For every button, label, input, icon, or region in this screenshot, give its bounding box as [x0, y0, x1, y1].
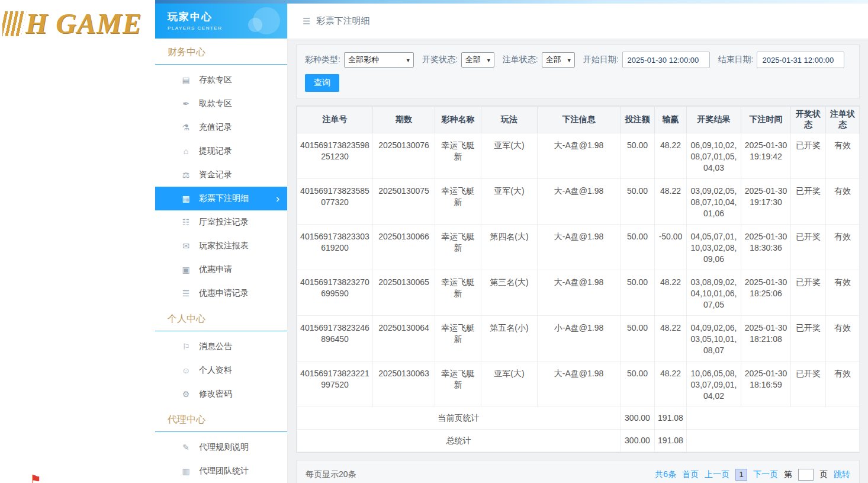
table-cell: 2025-01-30 18:30:36	[741, 225, 791, 270]
page-summary-label: 当前页统计	[297, 407, 621, 430]
jump-link[interactable]: 跳转	[834, 469, 850, 480]
table-cell: 20250130076	[373, 133, 435, 179]
sidebar-item-agent-team[interactable]: ▥代理团队统计	[155, 459, 287, 483]
sidebar-item-label: 厅室投注记录	[199, 217, 249, 228]
draw-status-select[interactable]: 全部 ▾	[461, 52, 494, 68]
end-date-input[interactable]	[757, 52, 844, 68]
filter-panel: 彩种类型: 全部彩种 ▾ 开奖状态: 全部 ▾ 注单状态: 全部 ▾	[296, 44, 860, 98]
start-date-input[interactable]	[622, 52, 710, 68]
table-cell: 有效	[826, 179, 860, 225]
sidebar-item-label: 资金记录	[199, 169, 232, 180]
sidebar-item-hall-bet-record[interactable]: ☷厅室投注记录	[155, 210, 287, 234]
query-button[interactable]: 查询	[305, 74, 339, 92]
table-cell: 401569173823585077320	[297, 179, 373, 225]
sidebar-item-label: 个人资料	[199, 365, 232, 376]
table-cell: 2025-01-30 18:16:59	[741, 362, 791, 407]
table-cell: 大-A盘@1.98	[538, 179, 621, 225]
sidebar-item-withdraw-zone[interactable]: ✒取款专区	[155, 92, 287, 116]
table-cell: 第五名(小)	[481, 316, 538, 362]
sidebar-item-label: 取款专区	[199, 98, 232, 109]
table-cell: 有效	[826, 225, 860, 270]
table-cell: 401569173823270699590	[297, 270, 373, 316]
page-summary-empty	[687, 407, 860, 430]
table-cell: 大-A盘@1.98	[538, 225, 621, 270]
sidebar-section-title: 个人中心	[155, 305, 287, 331]
lottery-type-select[interactable]: 全部彩种 ▾	[344, 52, 414, 68]
menu-toggle-icon[interactable]: ☰	[303, 16, 310, 27]
table-cell: 50.00	[621, 133, 655, 179]
prev-page-link[interactable]: 上一页	[705, 469, 729, 480]
sidebar-item-message-notice[interactable]: ⚐消息公告	[155, 335, 287, 359]
sidebar-item-recharge-record[interactable]: ⚗充值记录	[155, 116, 287, 139]
logo-stripes-icon	[2, 11, 26, 36]
sidebar-section-title: 财务中心	[155, 39, 287, 65]
sidebar-menu: 财务中心▤存款专区✒取款专区⚗充值记录⌂提现记录⚖资金记录▦彩票下注明细›☷厅室…	[155, 39, 287, 483]
sidebar-item-lottery-bet-detail[interactable]: ▦彩票下注明细›	[155, 187, 287, 210]
total-summary-bet-total: 300.00	[621, 430, 655, 452]
draw-status-label: 开奖状态:	[422, 55, 458, 65]
table-cell: 04,05,07,01,10,03,02,08,09,06	[687, 225, 741, 270]
table-cell: 第三名(大)	[481, 270, 538, 316]
end-date-label: 结束日期:	[718, 55, 754, 65]
table-cell: 幸运飞艇新	[435, 316, 481, 362]
sidebar-item-label: 优惠申请	[199, 264, 232, 275]
table-cell: 有效	[826, 362, 860, 407]
agent-team-icon: ▥	[181, 466, 191, 476]
total-summary-win-loss: 191.08	[655, 430, 687, 452]
topbar: ☰ 彩票下注明细	[288, 4, 868, 39]
table-cell: 20250130065	[373, 270, 435, 316]
table-cell: 401569173823303619200	[297, 225, 373, 270]
table-cell: 2025-01-30 18:21:08	[741, 316, 791, 362]
table-cell: 亚军(大)	[481, 179, 538, 225]
table-cell: 48.22	[655, 179, 687, 225]
sidebar-item-deposit-zone[interactable]: ▤存款专区	[155, 68, 287, 92]
sidebar-item-label: 存款专区	[199, 75, 232, 85]
summary-row-page: 当前页统计 300.00 191.08	[297, 407, 860, 430]
table-cell: 20250130066	[373, 225, 435, 270]
col-header-period: 期数	[373, 107, 435, 133]
bet-status-value: 全部	[546, 55, 561, 65]
table-cell: 50.00	[621, 270, 655, 316]
change-password-icon: ⚙	[181, 389, 191, 399]
page-summary-bet-total: 300.00	[621, 407, 655, 430]
page-title: 彩票下注明细	[316, 15, 369, 27]
col-header-lottery-name: 彩种名称	[435, 107, 481, 133]
table-cell: 亚军(大)	[481, 362, 538, 407]
table-cell: 有效	[826, 133, 860, 179]
sidebar-item-change-password[interactable]: ⚙修改密码	[155, 382, 287, 406]
lottery-type-value: 全部彩种	[348, 55, 379, 65]
col-header-draw-status: 开奖状态	[791, 107, 826, 133]
table-cell: 401569173823246896450	[297, 316, 373, 362]
bet-status-select[interactable]: 全部 ▾	[542, 52, 575, 68]
table-cell: 2025-01-30 19:19:42	[741, 133, 791, 179]
first-page-link[interactable]: 首页	[682, 469, 699, 480]
sidebar-item-withdraw-record[interactable]: ⌂提现记录	[155, 139, 287, 163]
table-cell: 401569173823598251230	[297, 133, 373, 179]
sidebar-item-funds-record[interactable]: ⚖资金记录	[155, 163, 287, 187]
sidebar-section-title: 代理中心	[155, 406, 287, 432]
filter-row: 彩种类型: 全部彩种 ▾ 开奖状态: 全部 ▾ 注单状态: 全部 ▾	[305, 52, 851, 68]
table-cell: 大-A盘@1.98	[538, 362, 621, 407]
sidebar-item-label: 玩家投注报表	[199, 241, 249, 251]
table-cell: 50.00	[621, 179, 655, 225]
current-page-indicator[interactable]: 1	[735, 469, 747, 481]
table-row: 40156917382359825123020250130076幸运飞艇新亚军(…	[297, 133, 860, 179]
sidebar-item-promo-apply[interactable]: ▣优惠申请	[155, 258, 287, 282]
sidebar-item-agent-rules[interactable]: ✎代理规则说明	[155, 436, 287, 459]
deposit-zone-icon: ▤	[181, 75, 191, 85]
table-cell: 幸运飞艇新	[435, 133, 481, 179]
col-header-draw-result: 开奖结果	[687, 107, 741, 133]
sidebar-item-profile[interactable]: ☺个人资料	[155, 359, 287, 382]
next-page-link[interactable]: 下一页	[753, 469, 778, 480]
col-header-win-loss: 输赢	[655, 107, 687, 133]
sidebar: 玩家中心 PLAYERS CENTER 财务中心▤存款专区✒取款专区⚗充值记录⌂…	[155, 0, 288, 483]
total-count-text: 共6条	[655, 469, 676, 480]
summary-row-total: 总统计 300.00 191.08	[297, 430, 860, 452]
table-row: 40156917382322199752020250130063幸运飞艇新亚军(…	[297, 362, 860, 407]
sidebar-item-player-bet-report[interactable]: ✉玩家投注报表	[155, 234, 287, 258]
page-jump-input[interactable]	[798, 469, 814, 481]
col-header-bet-time: 下注时间	[741, 107, 791, 133]
sidebar-header: 玩家中心 PLAYERS CENTER	[155, 4, 287, 39]
sidebar-item-promo-apply-record[interactable]: ☰优惠申请记录	[155, 282, 287, 305]
sidebar-item-label: 消息公告	[199, 341, 232, 352]
